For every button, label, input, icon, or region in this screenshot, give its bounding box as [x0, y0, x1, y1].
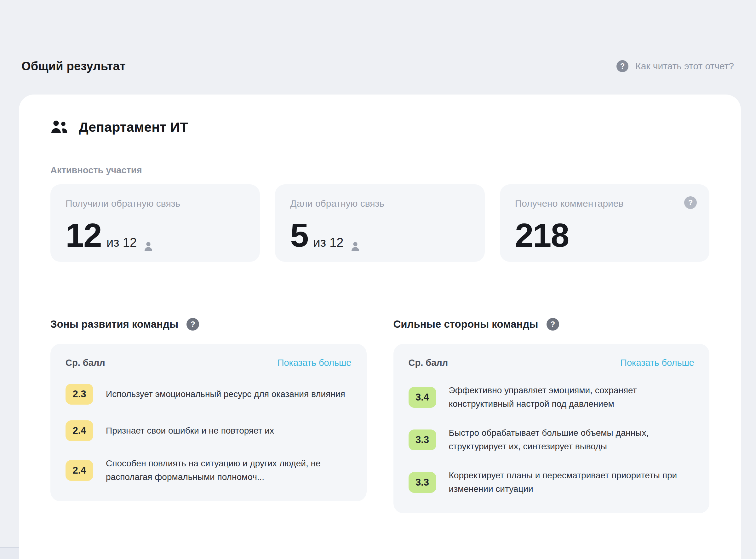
development-zones-help-icon[interactable]: ?	[186, 318, 199, 331]
stat-card-comments-received: ? Получено комментариев 218	[500, 184, 709, 262]
stat-value-row: 218	[515, 218, 694, 252]
strength-row: 3.3 Быстро обрабатывает большие объемы д…	[409, 426, 694, 453]
competency-text: Быстро обрабатывает большие объемы данны…	[449, 426, 684, 453]
stat-suffix: из 12	[313, 236, 343, 250]
stat-value: 5	[290, 218, 308, 252]
score-badge: 2.3	[66, 384, 93, 405]
stat-card-gave-feedback: Дали обратную связь 5 из 12	[275, 184, 484, 262]
strengths-title: Сильные стороны команды	[393, 318, 539, 330]
list-head: Ср. балл Показать больше	[66, 358, 351, 368]
how-to-read-report-label: Как читать этот отчет?	[635, 61, 734, 71]
stat-value: 218	[515, 218, 569, 252]
page-title: Общий результат	[21, 60, 126, 73]
competency-text: Корректирует планы и пересматривает прио…	[449, 469, 684, 496]
strengths-help-icon[interactable]: ?	[547, 318, 559, 331]
competency-text: Использует эмоциональный ресурс для оказ…	[106, 387, 345, 401]
strengths-card: Ср. балл Показать больше 3.4 Эффективно …	[393, 344, 710, 513]
show-more-link[interactable]: Показать больше	[277, 358, 351, 368]
score-column-header: Ср. балл	[409, 358, 448, 368]
stat-label: Получено комментариев	[515, 198, 694, 209]
development-zone-row: 2.3 Использует эмоциональный ресурс для …	[66, 384, 351, 405]
development-zones-card: Ср. балл Показать больше 2.3 Использует …	[50, 344, 367, 501]
development-zone-row: 2.4 Признает свои ошибки и не повторяет …	[66, 420, 351, 441]
score-badge: 2.4	[66, 420, 93, 441]
stat-label: Дали обратную связь	[290, 198, 469, 209]
strength-row: 3.4 Эффективно управляет эмоциями, сохра…	[409, 384, 694, 410]
score-badge: 3.3	[409, 429, 436, 450]
list-head: Ср. балл Показать больше	[409, 358, 694, 368]
show-more-link[interactable]: Показать больше	[620, 358, 694, 368]
competency-text: Признает свои ошибки и не повторяет их	[106, 424, 274, 438]
development-zones-section: Зоны развития команды ? Ср. балл Показат…	[50, 317, 367, 513]
stat-suffix: из 12	[107, 236, 137, 250]
development-zones-title: Зоны развития команды	[50, 318, 178, 330]
stat-value-row: 12 из 12	[66, 218, 245, 252]
department-header: Департамент ИТ	[50, 118, 709, 136]
score-column-header: Ср. балл	[66, 358, 105, 368]
competency-text: Эффективно управляет эмоциями, сохраняет…	[449, 384, 684, 410]
person-icon	[142, 241, 154, 254]
comments-help-icon[interactable]: ?	[684, 196, 697, 209]
score-badge: 3.4	[409, 387, 436, 408]
question-circle-icon: ?	[616, 60, 628, 72]
page-header: Общий результат ? Как читать этот отчет?	[21, 59, 734, 74]
development-zone-row: 2.4 Способен повлиять на ситуацию и друг…	[66, 457, 351, 484]
report-page: Общий результат ? Как читать этот отчет?…	[0, 0, 756, 559]
score-badge: 2.4	[66, 460, 93, 481]
strengths-section: Сильные стороны команды ? Ср. балл Показ…	[393, 317, 710, 513]
stat-value-row: 5 из 12	[290, 218, 469, 252]
department-report-card: Департамент ИТ Активность участия Получи…	[19, 94, 741, 559]
stat-label: Получили обратную связь	[66, 198, 245, 209]
activity-section-label: Активность участия	[50, 165, 709, 176]
department-title: Департамент ИТ	[79, 119, 188, 135]
development-zones-header: Зоны развития команды ?	[50, 317, 367, 331]
activity-stats-row: Получили обратную связь 12 из 12 Дали об…	[50, 184, 709, 262]
score-badge: 3.3	[409, 472, 436, 493]
stat-card-received-feedback: Получили обратную связь 12 из 12	[50, 184, 260, 262]
competency-text: Способен повлиять на ситуацию и других л…	[106, 457, 351, 484]
strength-row: 3.3 Корректирует планы и пересматривает …	[409, 469, 694, 496]
strengths-header: Сильные стороны команды ?	[393, 317, 710, 331]
team-people-icon	[50, 119, 68, 135]
how-to-read-report-link[interactable]: ? Как читать этот отчет?	[616, 60, 734, 72]
stat-value: 12	[66, 218, 101, 252]
person-icon	[349, 241, 361, 254]
team-sections-row: Зоны развития команды ? Ср. балл Показат…	[50, 317, 709, 513]
